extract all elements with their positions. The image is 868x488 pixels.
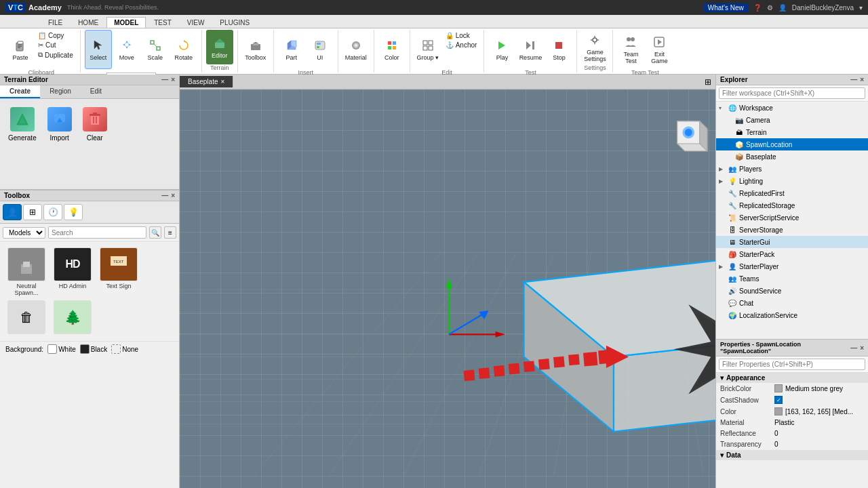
tree-terrain[interactable]: 🏔 Terrain	[716, 126, 868, 138]
game-settings-button[interactable]: GameSettings	[581, 30, 608, 64]
cut-button[interactable]: ✂ Cut	[35, 41, 76, 49]
scale-button[interactable]: Scale	[142, 30, 169, 69]
tree-replicated-storage[interactable]: 🔧 ReplicatedStorage	[716, 199, 868, 211]
svg-rect-26	[429, 41, 433, 45]
transparency-value: 0	[774, 441, 864, 448]
user-icon[interactable]: 👤	[778, 4, 787, 12]
viewport-expand-button[interactable]: ⊞	[701, 76, 715, 88]
group-button[interactable]: Group ▾	[414, 30, 441, 69]
tab-model[interactable]: MODEL	[106, 17, 146, 28]
tree-chat[interactable]: 💬 Chat	[716, 297, 868, 309]
duplicate-button[interactable]: ⧉ Duplicate	[35, 50, 76, 60]
tree-teams[interactable]: 👥 Teams	[716, 272, 868, 285]
team-test-button[interactable]: TeamTest	[617, 30, 644, 69]
properties-close[interactable]: ×	[860, 344, 864, 352]
copy-button[interactable]: 📋 Copy	[35, 31, 76, 40]
toolbox-filter-button[interactable]: ≡	[164, 226, 176, 239]
toolbox-search-input[interactable]	[48, 226, 146, 239]
tree-replicated-first[interactable]: 🔧 ReplicatedFirst	[716, 187, 868, 199]
tab-file[interactable]: FILE	[41, 17, 70, 28]
toolbox-item-hd-admin[interactable]: HD HD Admin	[52, 247, 94, 296]
tree-starter-player[interactable]: ▶ 👤 StarterPlayer	[716, 260, 868, 272]
toolbox-item-trash[interactable]: 🗑	[5, 300, 47, 336]
prop-material[interactable]: Material Plastic	[716, 418, 868, 428]
part-button[interactable]: Part	[278, 30, 305, 69]
bg-white-swatch[interactable]: White	[47, 344, 76, 354]
rotate-button[interactable]: Rotate	[170, 30, 197, 69]
help-icon[interactable]: ❓	[753, 4, 762, 12]
toolbox-ribbon-button[interactable]: Toolbox	[242, 30, 269, 69]
tab-test[interactable]: TEST	[146, 17, 179, 28]
toolbox-item-text-sign[interactable]: TEXT Text Sign	[98, 247, 140, 296]
tree-camera[interactable]: 📷 Camera	[716, 114, 868, 126]
terrain-editor-minimize[interactable]: —	[161, 76, 168, 83]
tree-server-script-service[interactable]: 📜 ServerScriptService	[716, 211, 868, 224]
exit-game-button[interactable]: ExitGame	[646, 30, 673, 69]
tab-view[interactable]: VIEW	[180, 17, 212, 28]
terrain-import-tool[interactable]: Import	[47, 107, 72, 142]
editor-button[interactable]: Editor	[206, 30, 233, 64]
paste-button[interactable]: Paste	[7, 30, 34, 69]
whats-new-button[interactable]: What's New	[704, 3, 748, 12]
prop-color[interactable]: Color [163, 162, 165] [Med...	[716, 406, 868, 418]
tree-sound-service[interactable]: 🔊 SoundService	[716, 285, 868, 297]
prop-cast-shadow[interactable]: CastShadow ✓	[716, 394, 868, 406]
tree-starter-gui[interactable]: 🖥 StarterGui	[716, 236, 868, 248]
anchor-button[interactable]: ⚓ Anchor	[443, 41, 480, 49]
color-button[interactable]: Color	[378, 30, 406, 69]
terrain-editor-close[interactable]: ×	[171, 76, 175, 83]
viewport-tab-baseplate[interactable]: Baseplate ×	[180, 76, 233, 87]
viewport-3d[interactable]	[180, 89, 715, 488]
toolbox-close[interactable]: ×	[171, 192, 175, 199]
toolbox-item-tree[interactable]: 🌲	[52, 300, 94, 336]
explorer-minimize[interactable]: —	[850, 76, 857, 83]
tree-starter-pack[interactable]: 🎒 StarterPack	[716, 248, 868, 260]
tree-server-storage[interactable]: 🗄 ServerStorage	[716, 224, 868, 236]
settings-icon[interactable]: ⚙	[767, 4, 773, 12]
terrain-tab-region[interactable]: Region	[40, 85, 81, 98]
resume-button[interactable]: Resume	[517, 30, 544, 69]
cast-shadow-checkbox[interactable]: ✓	[774, 396, 783, 404]
tree-players[interactable]: ▶ 👥 Players	[716, 163, 868, 175]
material-button[interactable]: Material	[342, 30, 370, 69]
bg-none-swatch[interactable]: None	[111, 344, 138, 354]
toolbox-tab-models[interactable]: 👤	[3, 204, 22, 220]
tree-spawn-location[interactable]: 📦 SpawnLocation	[716, 138, 868, 150]
tab-plugins[interactable]: PLUGINS	[212, 17, 257, 28]
toolbox-section-label	[242, 71, 269, 73]
terrain-clear-tool[interactable]: Clear	[83, 107, 107, 142]
tree-workspace[interactable]: ▾ 🌐 Workspace	[716, 102, 868, 114]
terrain-generate-tool[interactable]: Generate	[8, 107, 37, 142]
lock-button[interactable]: 🔒 Lock	[443, 31, 480, 40]
stop-button[interactable]: Stop	[545, 30, 572, 69]
select-button[interactable]: Select	[85, 30, 112, 69]
tree-baseplate[interactable]: 📦 Baseplate	[716, 150, 868, 163]
viewport-tab-close[interactable]: ×	[220, 78, 224, 85]
explorer-search-input[interactable]	[719, 87, 865, 99]
toolbox-tab-grid[interactable]: ⊞	[23, 204, 42, 220]
chevron-down-icon[interactable]: ▾	[859, 4, 863, 12]
toolbox-minimize[interactable]: —	[161, 192, 168, 199]
properties-minimize[interactable]: —	[850, 344, 857, 352]
toolbox-item-neutral-spawn[interactable]: NeutralSpawn...	[5, 247, 47, 296]
play-button[interactable]: Play	[488, 30, 515, 69]
prop-reflectance[interactable]: Reflectance 0	[716, 428, 868, 439]
tree-localization-service[interactable]: 🌍 LocalizationService	[716, 309, 868, 321]
explorer-title: Explorer	[720, 76, 748, 83]
toolbox-category-select[interactable]: Models	[3, 227, 45, 239]
toolbox-search-button[interactable]: 🔍	[149, 226, 161, 239]
properties-search-input[interactable]	[719, 359, 865, 370]
tab-home[interactable]: HOME	[71, 17, 106, 28]
terrain-tab-edit[interactable]: Edit	[81, 85, 111, 98]
terrain-tab-create[interactable]: Create	[0, 85, 40, 98]
move-button[interactable]: Move	[113, 30, 140, 69]
explorer-close[interactable]: ×	[860, 76, 864, 83]
ribbon-material-section: Material	[338, 30, 374, 73]
toolbox-tab-light[interactable]: 💡	[64, 204, 83, 220]
tree-lighting[interactable]: ▶ 💡 Lighting	[716, 175, 868, 187]
bg-black-swatch[interactable]: Black	[80, 344, 107, 354]
prop-brick-color[interactable]: BrickColor Medium stone grey	[716, 383, 868, 394]
toolbox-tab-recent[interactable]: 🕐	[43, 204, 62, 220]
ui-button[interactable]: UI	[307, 30, 334, 69]
prop-transparency[interactable]: Transparency 0	[716, 439, 868, 450]
